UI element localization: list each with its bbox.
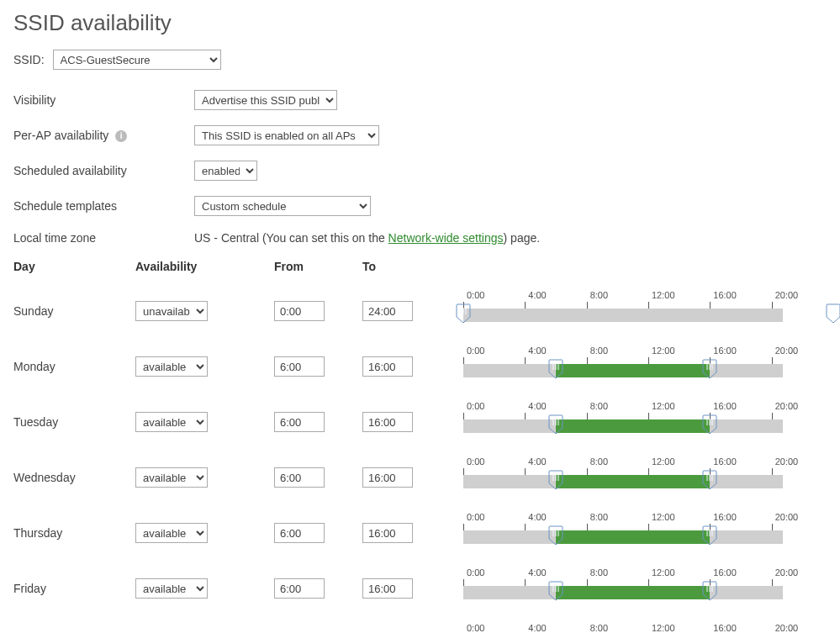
slider-range bbox=[556, 586, 710, 599]
tick-label: 4:00 bbox=[528, 456, 546, 467]
per-ap-label: Per-AP availability bbox=[13, 129, 108, 142]
header-to: To bbox=[362, 260, 455, 273]
availability-select[interactable]: available bbox=[135, 356, 208, 377]
info-icon[interactable]: i bbox=[115, 130, 127, 142]
schedule-row: Saturdayunavailable0:004:008:0012:0016:0… bbox=[13, 616, 827, 633]
day-name: Wednesday bbox=[13, 471, 135, 484]
tick-label: 16:00 bbox=[713, 346, 737, 356]
slider-handle-from[interactable] bbox=[456, 303, 471, 324]
time-slider[interactable]: 0:004:008:0012:0016:0020:00 bbox=[463, 567, 783, 609]
slider-track bbox=[463, 364, 783, 377]
schedule-row: Fridayavailable0:004:008:0012:0016:0020:… bbox=[13, 561, 827, 616]
day-name: Sunday bbox=[13, 304, 135, 318]
scheduled-availability-select[interactable]: enabled bbox=[194, 161, 257, 181]
slider-handle-from[interactable] bbox=[548, 414, 563, 435]
tick-label: 4:00 bbox=[528, 401, 546, 411]
time-slider[interactable]: 0:004:008:0012:0016:0020:00 bbox=[463, 290, 783, 332]
slider-range bbox=[556, 364, 710, 377]
tick-label: 8:00 bbox=[590, 290, 608, 300]
slider-track bbox=[463, 530, 783, 544]
tick-label: 8:00 bbox=[590, 623, 608, 633]
slider-handle-from[interactable] bbox=[548, 525, 563, 546]
slider-handle-to[interactable] bbox=[702, 414, 717, 435]
tick-label: 8:00 bbox=[590, 512, 608, 522]
time-slider[interactable]: 0:004:008:0012:0016:0020:00 bbox=[463, 346, 783, 388]
to-input[interactable] bbox=[362, 467, 413, 488]
availability-select[interactable]: available bbox=[135, 412, 208, 432]
slider-handle-to[interactable] bbox=[826, 303, 840, 324]
slider-handle-to[interactable] bbox=[702, 525, 717, 546]
header-availability: Availability bbox=[135, 260, 274, 273]
tick-label: 0:00 bbox=[467, 290, 484, 300]
slider-track bbox=[463, 419, 783, 433]
ssid-select[interactable]: ACS-GuestSecure bbox=[53, 50, 221, 70]
tick-label: 8:00 bbox=[590, 567, 608, 578]
time-slider[interactable]: 0:004:008:0012:0016:0020:00 bbox=[463, 623, 783, 633]
from-input[interactable] bbox=[274, 523, 325, 543]
schedule-templates-label: Schedule templates bbox=[13, 199, 194, 213]
time-slider[interactable]: 0:004:008:0012:0016:0020:00 bbox=[463, 512, 783, 554]
tick-label: 20:00 bbox=[775, 346, 799, 356]
slider-handle-to[interactable] bbox=[702, 581, 717, 601]
tick-label: 20:00 bbox=[775, 512, 799, 522]
slider-handle-from[interactable] bbox=[548, 581, 563, 601]
tick-label: 0:00 bbox=[467, 456, 484, 467]
visibility-select[interactable]: Advertise this SSID publicly bbox=[194, 90, 337, 110]
to-input[interactable] bbox=[362, 578, 413, 599]
slider-range bbox=[556, 475, 710, 488]
tick-label: 20:00 bbox=[775, 623, 799, 633]
slider-range bbox=[556, 419, 710, 433]
tick-label: 16:00 bbox=[713, 623, 737, 633]
header-from: From bbox=[274, 260, 362, 273]
to-input[interactable] bbox=[362, 412, 413, 432]
schedule-row: Mondayavailable0:004:008:0012:0016:0020:… bbox=[13, 339, 827, 394]
network-wide-settings-link[interactable]: Network-wide settings bbox=[388, 231, 504, 245]
day-name: Thursday bbox=[13, 526, 135, 540]
tick-label: 0:00 bbox=[467, 346, 484, 356]
availability-select[interactable]: unavailable bbox=[135, 301, 208, 321]
to-input[interactable] bbox=[362, 523, 413, 543]
tick-label: 4:00 bbox=[528, 290, 546, 300]
time-slider[interactable]: 0:004:008:0012:0016:0020:00 bbox=[463, 401, 783, 443]
tick-label: 8:00 bbox=[590, 456, 608, 467]
to-input[interactable] bbox=[362, 301, 413, 321]
tick-label: 0:00 bbox=[467, 512, 484, 522]
tick-label: 0:00 bbox=[467, 401, 484, 411]
tick-label: 16:00 bbox=[713, 456, 737, 467]
from-input[interactable] bbox=[274, 578, 325, 599]
availability-select[interactable]: available bbox=[135, 578, 208, 599]
local-time-zone-label: Local time zone bbox=[13, 231, 194, 245]
tick-label: 12:00 bbox=[652, 567, 675, 578]
from-input[interactable] bbox=[274, 301, 325, 321]
schedule-row: Thursdayavailable0:004:008:0012:0016:002… bbox=[13, 505, 827, 561]
schedule-templates-select[interactable]: Custom schedule bbox=[194, 196, 371, 216]
schedule-row: Wednesdayavailable0:004:008:0012:0016:00… bbox=[13, 450, 827, 505]
from-input[interactable] bbox=[274, 412, 325, 432]
slider-handle-to[interactable] bbox=[702, 470, 717, 490]
tick-label: 12:00 bbox=[652, 623, 675, 633]
to-input[interactable] bbox=[362, 356, 413, 377]
tick-label: 12:00 bbox=[652, 290, 675, 300]
tick-label: 8:00 bbox=[590, 401, 608, 411]
slider-handle-to[interactable] bbox=[702, 359, 717, 379]
tick-label: 4:00 bbox=[528, 512, 546, 522]
slider-track bbox=[463, 586, 783, 599]
slider-range bbox=[556, 530, 710, 544]
tick-label: 16:00 bbox=[713, 512, 737, 522]
availability-select[interactable]: available bbox=[135, 467, 208, 488]
scheduled-availability-label: Scheduled availability bbox=[13, 164, 194, 177]
slider-handle-from[interactable] bbox=[548, 470, 563, 490]
slider-handle-from[interactable] bbox=[548, 359, 563, 379]
tick-label: 4:00 bbox=[528, 346, 546, 356]
time-slider[interactable]: 0:004:008:0012:0016:0020:00 bbox=[463, 456, 783, 498]
from-input[interactable] bbox=[274, 467, 325, 488]
schedule-header-row: Day Availability From To bbox=[13, 260, 827, 273]
from-input[interactable] bbox=[274, 356, 325, 377]
slider-track bbox=[463, 475, 783, 488]
visibility-label: Visibility bbox=[13, 93, 194, 107]
tick-label: 20:00 bbox=[775, 401, 799, 411]
per-ap-select[interactable]: This SSID is enabled on all APs bbox=[194, 125, 379, 145]
availability-select[interactable]: available bbox=[135, 523, 208, 543]
schedule-row: Sundayunavailable0:004:008:0012:0016:002… bbox=[13, 283, 827, 339]
day-name: Monday bbox=[13, 360, 135, 373]
